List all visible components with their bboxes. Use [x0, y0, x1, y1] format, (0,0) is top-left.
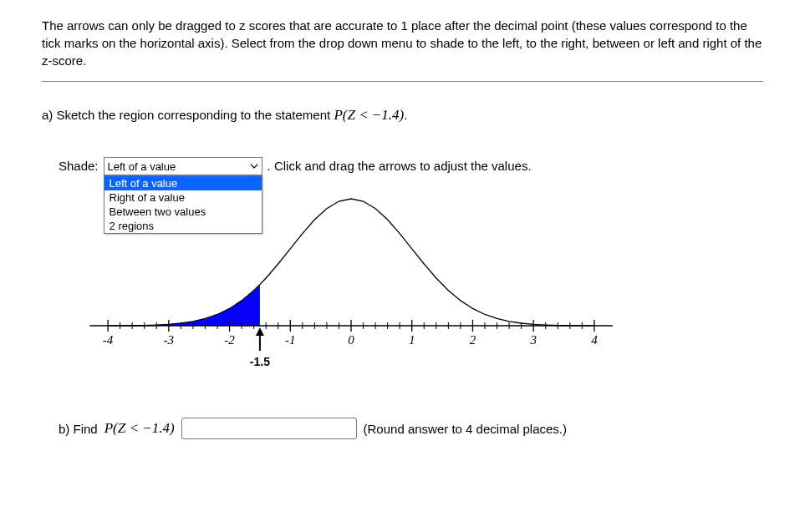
x-tick-label: 4: [591, 333, 598, 347]
shade-option-left[interactable]: Left of a value: [104, 176, 262, 190]
question-a-prefix: a) Sketch the region corresponding to th…: [42, 108, 334, 122]
shade-select-value: Left of a value: [108, 160, 176, 173]
x-tick-label: -4: [103, 333, 114, 347]
x-tick-label: -1: [285, 333, 296, 347]
shade-option-2regions[interactable]: 2 regions: [104, 219, 262, 233]
shade-label: Shade:: [59, 157, 99, 173]
question-a: a) Sketch the region corresponding to th…: [42, 107, 763, 124]
question-b-math: P(Z < −1.4): [104, 420, 175, 437]
x-tick-label: 3: [529, 333, 537, 347]
arrow-value-label: -1.5: [250, 355, 270, 368]
chevron-down-icon: [250, 162, 258, 170]
shade-dropdown: Left of a value Right of a value Between…: [104, 175, 262, 234]
x-tick-label: 1: [409, 333, 415, 347]
x-tick-label: 2: [470, 333, 476, 347]
shade-option-between[interactable]: Between two values: [104, 205, 262, 219]
x-tick-label: -3: [164, 333, 175, 347]
svg-marker-1: [256, 327, 264, 336]
answer-input[interactable]: [181, 418, 357, 439]
shade-select[interactable]: Left of a value: [104, 157, 262, 175]
question-a-suffix: .: [404, 108, 407, 122]
shade-after-text: . Click and drag the arrows to adjust th…: [267, 157, 532, 173]
instructions-text: The arrows can only be dragged to z scor…: [42, 17, 763, 69]
question-b-hint: (Round answer to 4 decimal places.): [364, 422, 567, 436]
divider: [42, 81, 763, 82]
question-a-math: P(Z < −1.4): [334, 107, 404, 123]
shaded-region: [108, 285, 260, 326]
x-tick-label: -2: [224, 333, 235, 347]
z-arrow-handle[interactable]: [256, 327, 264, 351]
question-b-prefix: b) Find: [59, 422, 98, 436]
shade-option-right[interactable]: Right of a value: [104, 190, 262, 205]
x-tick-label: 0: [348, 333, 354, 347]
